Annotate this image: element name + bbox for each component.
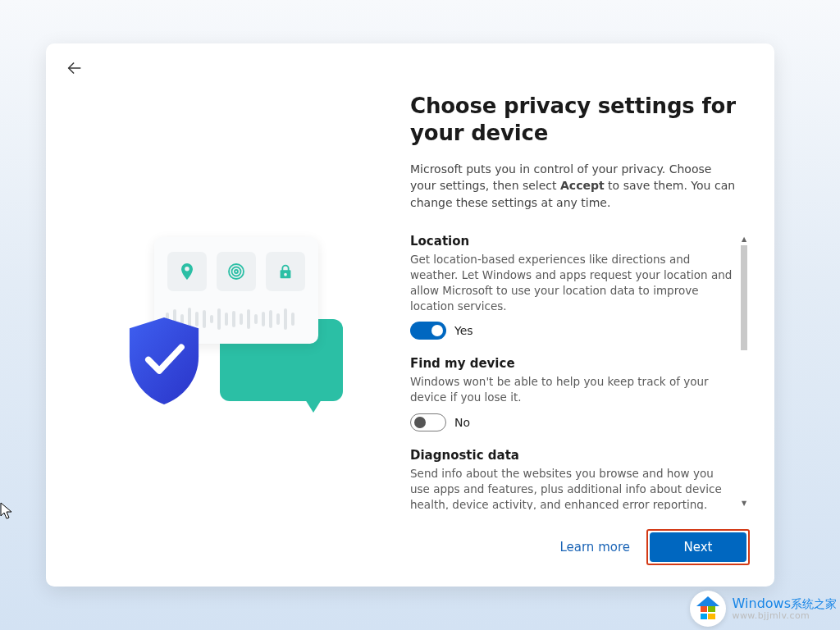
setting-location-title: Location	[410, 234, 735, 249]
back-button[interactable]	[64, 57, 85, 79]
watermark-line1-en: Windows	[733, 596, 791, 611]
setting-find-my-device-state: No	[454, 416, 470, 429]
learn-more-link[interactable]: Learn more	[559, 540, 630, 555]
setting-find-my-device-title: Find my device	[410, 356, 735, 371]
settings-scroll-area: Location Get location-based experiences …	[410, 234, 750, 509]
watermark-line2: www.bjjmlv.com	[733, 611, 837, 621]
setting-diagnostic-desc: Send info about the websites you browse …	[410, 466, 735, 509]
setting-diagnostic-data: Diagnostic data Send info about the webs…	[410, 448, 735, 509]
intro-bold: Accept	[560, 179, 605, 192]
setting-diagnostic-title: Diagnostic data	[410, 448, 735, 463]
setting-location: Location Get location-based experiences …	[410, 234, 735, 340]
chevron-down-icon[interactable]: ▼	[738, 498, 750, 509]
scroll-thumb[interactable]	[741, 245, 747, 350]
shield-check-icon	[125, 316, 203, 406]
watermark: Windows系统之家 www.bjjmlv.com	[690, 591, 837, 627]
lock-icon	[266, 252, 305, 291]
svg-point-2	[232, 267, 241, 276]
next-button[interactable]: Next	[650, 532, 746, 562]
privacy-illustration	[121, 237, 335, 426]
setting-location-toggle[interactable]	[410, 322, 446, 340]
watermark-logo-icon	[690, 591, 726, 627]
setting-location-desc: Get location-based experiences like dire…	[410, 252, 735, 314]
setting-find-my-device: Find my device Windows won't be able to …	[410, 356, 735, 431]
watermark-line1-cn: 系统之家	[791, 597, 837, 610]
fingerprint-icon	[217, 252, 256, 291]
location-pin-icon	[167, 252, 207, 291]
oobe-card: Choose privacy settings for your device …	[46, 43, 774, 587]
cursor-icon	[0, 502, 15, 522]
svg-point-3	[235, 270, 238, 273]
setting-location-state: Yes	[454, 324, 473, 337]
scroll-track[interactable]: ▲ ▼	[738, 234, 750, 509]
page-title: Choose privacy settings for your device	[410, 93, 750, 146]
next-button-highlight: Next	[646, 529, 750, 565]
footer-actions: Learn more Next	[559, 529, 750, 565]
chevron-up-icon[interactable]: ▲	[738, 234, 750, 245]
content-pane: Choose privacy settings for your device …	[410, 43, 774, 587]
setting-find-my-device-desc: Windows won't be able to help you keep t…	[410, 374, 735, 405]
intro-text: Microsoft puts you in control of your pr…	[410, 161, 750, 211]
back-arrow-icon	[66, 59, 84, 77]
setting-find-my-device-toggle[interactable]	[410, 413, 446, 431]
illustration-pane	[46, 43, 410, 587]
watermark-text: Windows系统之家 www.bjjmlv.com	[733, 596, 837, 621]
